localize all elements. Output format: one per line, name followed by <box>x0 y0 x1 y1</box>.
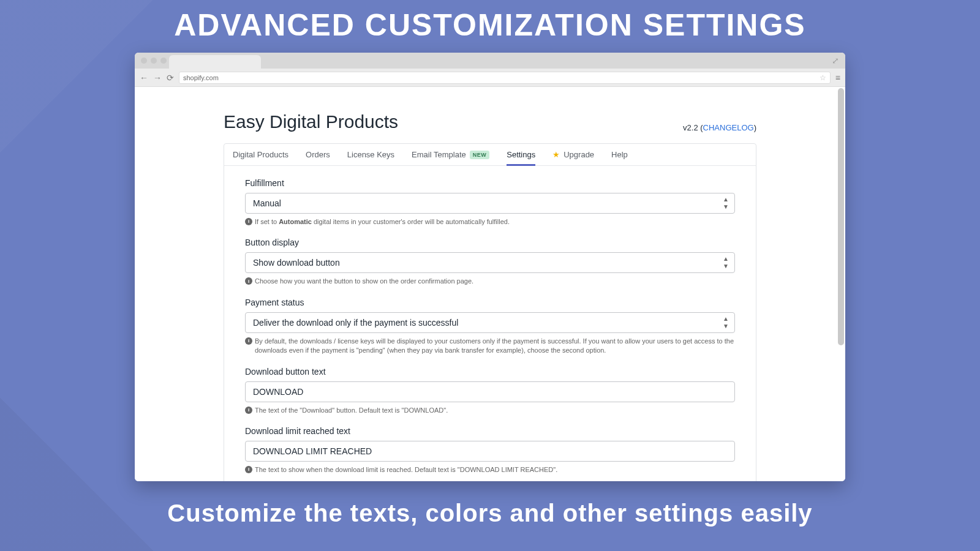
settings-card: Digital Products Orders License Keys Ema… <box>224 143 756 481</box>
tab-digital-products[interactable]: Digital Products <box>233 144 288 165</box>
field-payment-status: Payment status Deliver the download only… <box>245 298 735 356</box>
star-icon: ★ <box>552 150 560 159</box>
tab-orders[interactable]: Orders <box>306 144 330 165</box>
helper-download-button-text: i The text of the "Download" button. Def… <box>245 406 735 415</box>
info-icon: i <box>245 277 252 285</box>
expand-icon[interactable]: ⤢ <box>832 56 839 66</box>
field-download-limit-reached: Download limit reached text i The text t… <box>245 426 735 474</box>
helper-button-display: i Choose how you want the button to show… <box>245 277 735 286</box>
helper-text: Choose how you want the button to show o… <box>255 277 473 286</box>
forward-icon[interactable]: → <box>153 73 162 82</box>
info-icon: i <box>245 337 252 345</box>
label-download-limit-reached: Download limit reached text <box>245 426 735 436</box>
minimize-icon[interactable] <box>151 58 157 64</box>
helper-download-limit-reached: i The text to show when the download lim… <box>245 465 735 474</box>
label-button-display: Button display <box>245 238 735 247</box>
info-icon: i <box>245 218 252 225</box>
zoom-icon[interactable] <box>160 58 167 64</box>
info-icon: i <box>245 407 252 414</box>
helper-bold: Automatic <box>279 218 312 225</box>
helper-text: digital items in your customer's order w… <box>312 218 510 225</box>
browser-tab-strip: ⤢ <box>135 53 845 69</box>
tab-email-template[interactable]: Email Template NEW <box>412 144 489 165</box>
field-fulfillment: Fulfillment Manual ▲▼ i If set to Automa… <box>245 178 735 227</box>
helper-text: If set to <box>255 218 279 225</box>
url-bar: ← → ⟳ shopify.com ☆ ≡ <box>135 69 845 87</box>
tab-license-keys[interactable]: License Keys <box>347 144 394 165</box>
version-label: v2.2 (CHANGELOG) <box>683 123 756 132</box>
reload-icon[interactable]: ⟳ <box>167 73 174 82</box>
menu-icon[interactable]: ≡ <box>835 73 840 82</box>
version-suffix: ) <box>754 123 756 132</box>
url-text: shopify.com <box>183 74 219 81</box>
marketing-headline: ADVANCED CUSTOMIZATION SETTINGS <box>174 7 805 43</box>
changelog-link[interactable]: CHANGELOG <box>703 123 754 132</box>
browser-tab[interactable] <box>169 55 261 69</box>
payment-status-select[interactable]: Deliver the download only if the payment… <box>245 312 735 333</box>
download-button-text-input[interactable] <box>245 381 735 402</box>
helper-text: The text to show when the download limit… <box>255 465 557 474</box>
version-prefix: v2.2 ( <box>683 123 703 132</box>
url-input[interactable]: shopify.com ☆ <box>179 72 831 84</box>
helper-payment-status: i By default, the downloads / license ke… <box>245 337 735 356</box>
close-icon[interactable] <box>141 58 147 64</box>
helper-text: By default, the downloads / license keys… <box>255 337 735 356</box>
label-fulfillment: Fulfillment <box>245 178 735 188</box>
label-download-button-text: Download button text <box>245 367 735 377</box>
button-display-select[interactable]: Show download button <box>245 252 735 273</box>
tab-upgrade-label: Upgrade <box>564 150 594 159</box>
info-icon: i <box>245 466 252 473</box>
tab-help[interactable]: Help <box>611 144 628 165</box>
tab-upgrade[interactable]: ★ Upgrade <box>552 144 594 165</box>
label-payment-status: Payment status <box>245 298 735 307</box>
tab-email-template-label: Email Template <box>412 150 466 159</box>
browser-frame: ⤢ ← → ⟳ shopify.com ☆ ≡ Easy Digital Pro… <box>135 53 845 481</box>
tab-settings[interactable]: Settings <box>507 144 535 165</box>
settings-form: Fulfillment Manual ▲▼ i If set to Automa… <box>224 166 756 481</box>
new-badge: NEW <box>470 151 490 159</box>
helper-text: The text of the "Download" button. Defau… <box>255 406 448 415</box>
window-controls <box>141 58 167 64</box>
back-icon[interactable]: ← <box>140 73 148 82</box>
download-limit-reached-input[interactable] <box>245 441 735 462</box>
field-button-display: Button display Show download button ▲▼ i… <box>245 238 735 286</box>
field-download-button-text: Download button text i The text of the "… <box>245 367 735 415</box>
bookmark-icon[interactable]: ☆ <box>820 73 826 82</box>
page-title: Easy Digital Products <box>224 111 398 132</box>
fulfillment-select[interactable]: Manual <box>245 193 735 214</box>
scrollbar[interactable] <box>838 88 844 345</box>
tabs: Digital Products Orders License Keys Ema… <box>224 144 756 166</box>
helper-fulfillment: i If set to Automatic digital items in y… <box>245 217 735 227</box>
marketing-subheadline: Customize the texts, colors and other se… <box>167 500 812 527</box>
page-viewport: Easy Digital Products v2.2 (CHANGELOG) D… <box>135 87 845 481</box>
